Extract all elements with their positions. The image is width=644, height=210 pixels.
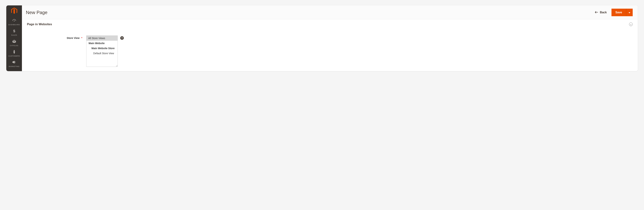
dollar-icon: $ xyxy=(13,29,16,33)
section-header[interactable]: Page in Websites xyxy=(27,23,633,26)
title-actions: Back Save xyxy=(595,9,633,16)
sidebar-item-label: MARKETING xyxy=(8,65,20,67)
store-option-all[interactable]: All Store Views xyxy=(86,36,118,41)
save-dropdown-toggle[interactable] xyxy=(626,9,633,16)
save-button[interactable]: Save xyxy=(612,9,626,16)
dashboard-icon xyxy=(12,18,16,23)
store-option-website[interactable]: Main Website xyxy=(86,41,118,46)
save-button-group: Save xyxy=(612,9,633,16)
magento-logo-icon xyxy=(11,8,17,14)
store-option-store[interactable]: Main Website Store xyxy=(86,46,118,51)
store-view-label-wrap: Store View * xyxy=(27,36,86,39)
chevron-up-icon xyxy=(630,23,632,26)
svg-point-0 xyxy=(14,21,14,22)
caret-down-icon xyxy=(628,11,630,14)
person-icon xyxy=(13,50,16,54)
title-bar: New Page Back Save xyxy=(22,6,638,19)
sidebar-item-label: SALES xyxy=(11,34,17,36)
required-indicator: * xyxy=(82,37,82,39)
megaphone-icon xyxy=(12,60,16,64)
section-title: Page in Websites xyxy=(27,23,52,26)
help-tooltip-icon[interactable]: ? xyxy=(120,36,124,40)
sidebar-item-marketing[interactable]: MARKETING xyxy=(6,59,22,69)
back-label: Back xyxy=(600,11,606,14)
arrow-left-icon xyxy=(595,11,598,14)
main-content: New Page Back Save xyxy=(22,6,638,71)
store-view-label: Store View xyxy=(67,37,80,39)
store-option-view[interactable]: Default Store View xyxy=(86,51,118,56)
magento-logo[interactable] xyxy=(6,6,22,17)
store-view-row: Store View * All Store Views Main Websit… xyxy=(27,36,633,67)
sidebar-item-label: CATALOG xyxy=(10,45,18,46)
back-button[interactable]: Back xyxy=(595,11,606,14)
box-icon xyxy=(12,39,16,44)
store-view-select[interactable]: All Store Views Main Website Main Websit… xyxy=(86,36,118,67)
sidebar-item-catalog[interactable]: CATALOG xyxy=(6,38,22,48)
sidebar-item-sales[interactable]: $ SALES xyxy=(6,27,22,38)
page-title: New Page xyxy=(26,10,48,15)
sidebar-item-dashboard[interactable]: DASHBOARD xyxy=(6,17,22,27)
svg-point-2 xyxy=(14,50,15,51)
collapse-button[interactable] xyxy=(629,23,633,26)
sidebar-item-label: CUSTOMERS xyxy=(8,55,20,57)
page-in-websites-section: Page in Websites Store View * All Store … xyxy=(22,19,638,71)
sidebar-item-label: DASHBOARD xyxy=(8,24,20,26)
app-frame: DASHBOARD $ SALES CATALOG xyxy=(6,6,638,71)
svg-text:$: $ xyxy=(13,29,15,33)
admin-sidebar: DASHBOARD $ SALES CATALOG xyxy=(6,6,22,71)
sidebar-item-customers[interactable]: CUSTOMERS xyxy=(6,48,22,59)
